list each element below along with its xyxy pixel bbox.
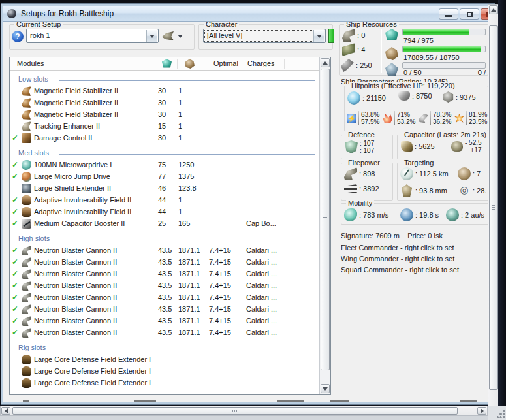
modules-column-header[interactable]: Modules — [17, 59, 44, 67]
module-row[interactable]: ✓Medium Capacitor Booster II25165Cap Bo.… — [10, 218, 319, 230]
divider — [430, 111, 431, 125]
optimal-column-header[interactable]: Optimal — [213, 59, 238, 67]
section-title: Rig slots — [18, 344, 46, 351]
module-row[interactable]: Large Core Defense Field Extender I — [10, 354, 319, 366]
mdi-horizontal-scrollbar[interactable] — [0, 406, 488, 416]
module-row[interactable]: ✓Neutron Blaster Cannon II43.51871.17.4+… — [10, 327, 319, 339]
fleet-commander-line[interactable]: Fleet Commander - right click to set — [341, 244, 454, 251]
active-check-icon: ✓ — [12, 328, 20, 337]
module-row[interactable]: ✓Neutron Blaster Cannon II43.51871.17.4+… — [10, 268, 319, 280]
module-row[interactable]: ✓Neutron Blaster Cannon II43.51871.17.4+… — [10, 315, 319, 327]
powergrid-value: 17889.55 / 18750 — [403, 54, 460, 61]
rig-icon — [22, 355, 31, 364]
module-cpu-value: 30 — [158, 134, 166, 142]
column-separator — [202, 59, 202, 69]
module-row[interactable]: ✓Neutron Blaster Cannon II43.51871.17.4+… — [10, 304, 319, 315]
wing-commander-line[interactable]: Wing Commander - right click to set — [341, 255, 454, 263]
resize-grip[interactable] — [497, 410, 505, 418]
arrow-up-icon — [491, 8, 496, 12]
launcher-hardpoints-value: : 4 — [357, 46, 365, 54]
module-cpu-value: 44 — [158, 196, 166, 204]
targeting-range: : 112.5 km — [400, 167, 449, 180]
scroll-up-button[interactable] — [321, 58, 330, 67]
module-row[interactable]: ✓Neutron Blaster Cannon II43.51871.17.4+… — [10, 280, 319, 292]
setup-combobox-dropdown[interactable] — [146, 30, 157, 42]
scrollbar-thumb[interactable] — [12, 407, 458, 415]
ship-resources-group: Ship Resources : 0 : 4 : 250 794 / 975 1… — [339, 24, 488, 76]
powergrid-column-icon[interactable] — [185, 59, 195, 69]
module-charges-value: Caldari ... — [246, 317, 277, 325]
titlebar[interactable]: Setups for Rokh Battleship — [3, 6, 492, 22]
minimize-button[interactable] — [439, 8, 458, 20]
scrollbar-thumb[interactable] — [321, 69, 330, 370]
module-powergrid-value: 1 — [178, 134, 182, 142]
mjd-icon — [22, 172, 31, 182]
module-optimal-value: 7.4+15 — [209, 246, 231, 254]
module-optimal-value: 7.4+15 — [209, 317, 231, 325]
module-optimal-value: 7.4+15 — [209, 270, 231, 278]
ship-menu-button[interactable] — [162, 30, 185, 42]
structure-hp: : 9375 — [443, 91, 476, 103]
scan-resolution-value: : 93.8 mm — [415, 187, 447, 195]
module-row[interactable]: Magnetic Field Stabilizer II301 — [10, 86, 319, 97]
hitpoints-title: Hitpoints (Effective HP: 119,220) — [349, 82, 457, 89]
module-row[interactable]: ✓Neutron Blaster Cannon II43.51871.17.4+… — [10, 245, 319, 257]
module-optimal-value: 7.4+15 — [209, 329, 231, 336]
setup-combobox[interactable]: rokh 1 — [26, 29, 159, 43]
module-cpu-value: 30 — [158, 99, 166, 106]
module-row[interactable]: ✓Neutron Blaster Cannon II43.51871.17.4+… — [10, 292, 319, 304]
targeting-range-value: : 112.5 km — [415, 170, 449, 178]
character-combobox-dropdown[interactable] — [313, 30, 324, 42]
module-row[interactable]: ✓Adaptive Invulnerability Field II441 — [10, 206, 319, 218]
cpu-bar-fill — [403, 29, 469, 35]
module-powergrid-value: 1871.1 — [178, 258, 200, 266]
cpu-column-icon[interactable] — [162, 59, 172, 69]
ship-icon — [162, 31, 174, 40]
module-row[interactable]: ✓Adaptive Invulnerability Field II441 — [10, 195, 319, 206]
module-row[interactable]: Magnetic Field Stabilizer II301 — [10, 97, 319, 109]
capacitor-amount-value: : 5625 — [415, 142, 435, 150]
charges-column-header[interactable]: Charges — [247, 59, 275, 67]
scroll-up-button[interactable] — [489, 5, 498, 14]
rig-icon — [22, 378, 31, 388]
scroll-left-button[interactable] — [1, 407, 10, 415]
help-icon[interactable]: ? — [12, 31, 24, 42]
drone-value: 0 / 50 — [403, 69, 422, 76]
modules-list-header[interactable]: Modules Optimal Charges — [10, 57, 330, 71]
character-label: Character — [204, 22, 239, 28]
module-row[interactable]: ✓100MN Microwarpdrive I751250 — [10, 159, 319, 171]
character-combobox[interactable]: [All level V] — [203, 29, 326, 43]
character-combobox-value: [All level V] — [207, 31, 242, 39]
module-row[interactable]: ✓Large Micro Jump Drive771375 — [10, 171, 319, 183]
kinetic-resist: 78.3%36.2% — [419, 111, 454, 125]
thermal-resist: 71%53.2% — [383, 111, 419, 125]
mdi-vertical-scrollbar[interactable] — [488, 4, 498, 416]
thumb-grip — [232, 410, 238, 412]
max-targets: : 7 — [458, 167, 481, 180]
module-row[interactable]: Tracking Enhancer II151 — [10, 121, 319, 133]
module-name: Adaptive Invulnerability Field II — [34, 208, 131, 216]
squad-commander-line[interactable]: Squad Commander - right click to set — [341, 266, 459, 274]
capbooster-icon — [22, 219, 31, 229]
module-row[interactable]: Magnetic Field Stabilizer II301 — [10, 109, 319, 121]
capacitor-delta: - 52.5+17 — [451, 139, 482, 153]
scroll-down-button[interactable] — [321, 384, 330, 393]
scroll-right-button[interactable] — [477, 407, 486, 415]
module-row[interactable]: ✓Damage Control II301 — [10, 133, 319, 144]
cap-booster-charge-icon — [451, 141, 463, 152]
range-gauge-icon — [400, 167, 413, 180]
drone-icon — [385, 63, 398, 76]
module-row[interactable]: Large Core Defense Field Extender I — [10, 366, 319, 378]
targeting-group: Targeting : 112.5 km : 7 : 93.8 mm ◎: 28… — [397, 163, 489, 201]
module-row[interactable]: ✓Neutron Blaster Cannon II43.51871.17.4+… — [10, 257, 319, 268]
scrollbar-thumb[interactable] — [489, 25, 498, 390]
price-value: Price: 0 isk — [407, 232, 443, 240]
modules-list-scrollbar[interactable] — [319, 57, 330, 394]
modules-list: Modules Optimal Charges Low slotsMagneti… — [9, 57, 331, 395]
module-row[interactable]: Large Shield Extender II46123.8 — [10, 183, 319, 195]
calibration: : 250 — [341, 59, 372, 72]
module-row[interactable]: Large Core Defense Field Extender I — [10, 378, 319, 389]
restore-button[interactable] — [460, 8, 479, 20]
chevron-down-icon — [178, 35, 183, 38]
module-powergrid-value: 1 — [178, 87, 182, 95]
